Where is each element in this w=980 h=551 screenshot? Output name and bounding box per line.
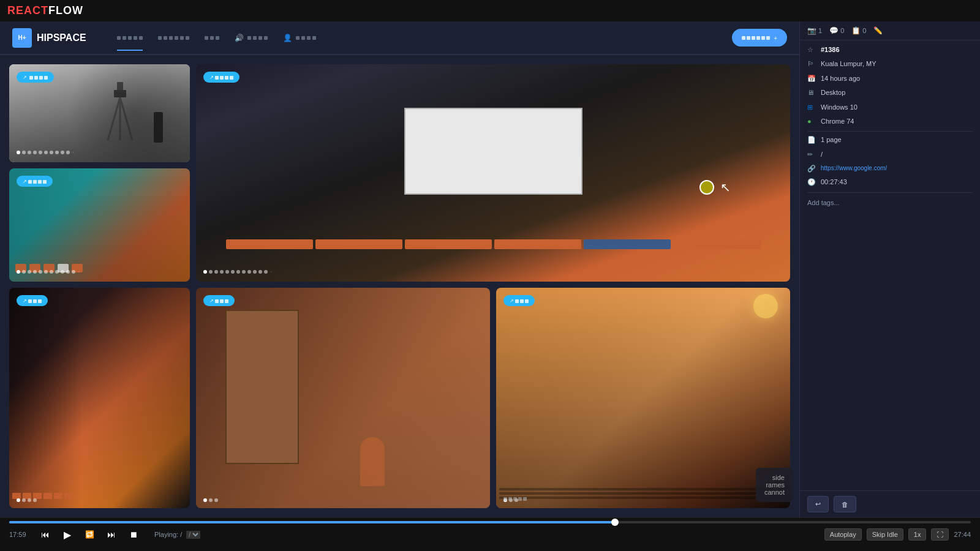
speed-button[interactable]: 1x <box>908 528 927 541</box>
autoplay-button[interactable]: Autoplay <box>824 528 862 541</box>
loop-button[interactable]: 🔁 <box>82 527 97 542</box>
gallery-bottom-row: ↗ <box>196 288 790 508</box>
flag-icon: 🏳 <box>807 60 816 67</box>
sidebar-item-pages: 📄 1 page <box>807 135 973 144</box>
overlay-line2: rames <box>764 481 785 489</box>
skip-back-button[interactable]: ⏮ <box>38 527 53 542</box>
card-dots-classroom: ′ <box>17 270 80 276</box>
nav-icon-group1: 🔊 <box>235 34 268 42</box>
playing-select[interactable]: / <box>186 531 200 539</box>
playback-bar: 17:59 ⏮ ▶ 🔁 ⏭ ⏹ Playing: / / Autoplay Sk… <box>0 517 980 551</box>
side-overlay: side rames cannot <box>756 468 793 502</box>
sidebar-item-device: 🖥 Desktop <box>807 88 973 97</box>
star-icon: ☆ <box>807 46 816 54</box>
gallery-area: ↗ ′ <box>0 55 799 517</box>
gallery-card-event[interactable]: ↗ <box>9 288 190 508</box>
svg-rect-0 <box>117 82 123 91</box>
gallery-card-classroom[interactable]: ↗ ′ <box>9 168 190 282</box>
svg-line-2 <box>108 97 120 140</box>
skip-end-button[interactable]: ⏹ <box>126 527 141 542</box>
sidebar-item-duration: 🕐 00:27:43 <box>807 178 973 187</box>
trash-icon: 🗑 <box>842 501 848 508</box>
reactflow-logo: REACTFLOW <box>7 4 83 17</box>
card-badge-event: ↗ <box>17 295 48 306</box>
playback-right: Autoplay Skip Idle 1x ⛶ 27:44 <box>824 528 971 541</box>
svg-rect-1 <box>114 90 126 97</box>
playback-controls: 17:59 ⏮ ▶ 🔁 ⏭ ⏹ Playing: / / Autoplay Sk… <box>9 527 971 542</box>
divider-1 <box>807 131 973 132</box>
time-left: 17:59 <box>9 531 31 538</box>
card-badge-classroom: ↗ <box>17 176 53 187</box>
progress-fill <box>9 521 615 523</box>
card-bottom-text-stadium <box>503 496 527 502</box>
link-icon: 🔗 <box>807 165 816 173</box>
gallery-card-person[interactable]: ↗ <box>196 288 490 508</box>
gallery-card-studio[interactable]: ↗ ′ <box>9 64 190 162</box>
sidebar-body: ☆ #1386 🏳 Kuala Lumpur, MY 📅 14 hours ag… <box>800 40 980 490</box>
card-badge-stadium: ↗ <box>503 295 535 306</box>
sidebar-item-session-id: ☆ #1386 <box>807 45 973 54</box>
top-bar: REACTFLOW <box>0 0 980 21</box>
clock-icon: 🕐 <box>807 178 816 186</box>
nav-links: 🔊 👤 <box>117 34 714 42</box>
desktop-icon: 🖥 <box>807 89 816 96</box>
main-layout: H+ HIPSPACE <box>0 21 980 517</box>
camera-icon-group: 📷 1 <box>807 26 822 35</box>
sidebar-header: 📷 1 💬 0 📋 0 ✏️ <box>800 21 980 40</box>
logo-text: HIPSPACE <box>37 32 86 43</box>
sidebar-item-time: 📅 14 hours ago <box>807 74 973 83</box>
nav-icon-group2: 👤 <box>283 34 316 42</box>
card-dots-person <box>203 498 218 502</box>
card-badge-conference: ↗ <box>203 72 239 83</box>
add-tags[interactable]: Add tags... <box>807 197 973 209</box>
cta-button[interactable]: + <box>732 29 787 47</box>
content-area: H+ HIPSPACE <box>0 21 799 517</box>
windows-icon: ⊞ <box>807 103 816 111</box>
gallery-card-conference[interactable]: ↖ ↗ ′ <box>196 64 790 282</box>
skip-forward-button[interactable]: ⏭ <box>104 527 119 542</box>
sidebar-item-path: ✏ / <box>807 150 973 159</box>
sidebar-item-browser: ● Chrome 74 <box>807 117 973 126</box>
overlay-line1: side <box>764 474 785 481</box>
sidebar-actions: ↩ 🗑 <box>800 490 980 517</box>
nav-link-explore[interactable] <box>158 36 189 40</box>
sidebar-item-url: 🔗 https://www.google.com/ <box>807 164 973 173</box>
play-pause-button[interactable]: ▶ <box>60 527 75 542</box>
gallery-card-stadium[interactable]: ↗ <box>496 288 790 508</box>
divider-2 <box>807 192 973 193</box>
progress-track[interactable] <box>9 521 971 523</box>
nav-link-spaces[interactable] <box>205 36 219 40</box>
nav-logo: H+ HIPSPACE <box>12 28 86 48</box>
chrome-icon: ● <box>807 118 816 125</box>
edit-icon-group: ✏️ <box>873 26 883 35</box>
playing-label: Playing: / / <box>154 531 817 539</box>
overlay-line3: cannot <box>764 489 785 496</box>
card-dots-event <box>17 498 37 502</box>
delete-button[interactable]: 🗑 <box>834 496 856 512</box>
path-icon: ✏ <box>807 151 816 159</box>
calendar-icon: 📅 <box>807 75 816 83</box>
comment-icon-group: 💬 0 <box>829 26 844 35</box>
page-icon: 📄 <box>807 136 816 144</box>
card-dots-conference: ′ <box>203 270 272 276</box>
nav-bar: H+ HIPSPACE <box>0 21 799 55</box>
card-badge-person: ↗ <box>203 295 235 306</box>
card-dots-studio: ′ <box>17 151 74 156</box>
share-button[interactable]: ↩ <box>807 496 829 512</box>
skip-idle-button[interactable]: Skip Idle <box>867 528 903 541</box>
items-icon-group: 📋 0 <box>851 26 866 35</box>
sidebar-item-location: 🏳 Kuala Lumpur, MY <box>807 59 973 69</box>
right-sidebar: 📷 1 💬 0 📋 0 ✏️ ☆ #1386 🏳 Kua <box>799 21 980 517</box>
sidebar-item-os: ⊞ Windows 10 <box>807 103 973 112</box>
svg-line-4 <box>120 97 132 140</box>
share-icon: ↩ <box>815 500 821 508</box>
logo-icon: H+ <box>12 28 32 48</box>
nav-link-home[interactable] <box>117 36 143 40</box>
card-badge-studio: ↗ <box>17 72 54 83</box>
time-right: 27:44 <box>954 531 971 538</box>
progress-thumb[interactable] <box>611 519 619 526</box>
fullscreen-button[interactable]: ⛶ <box>931 528 949 541</box>
